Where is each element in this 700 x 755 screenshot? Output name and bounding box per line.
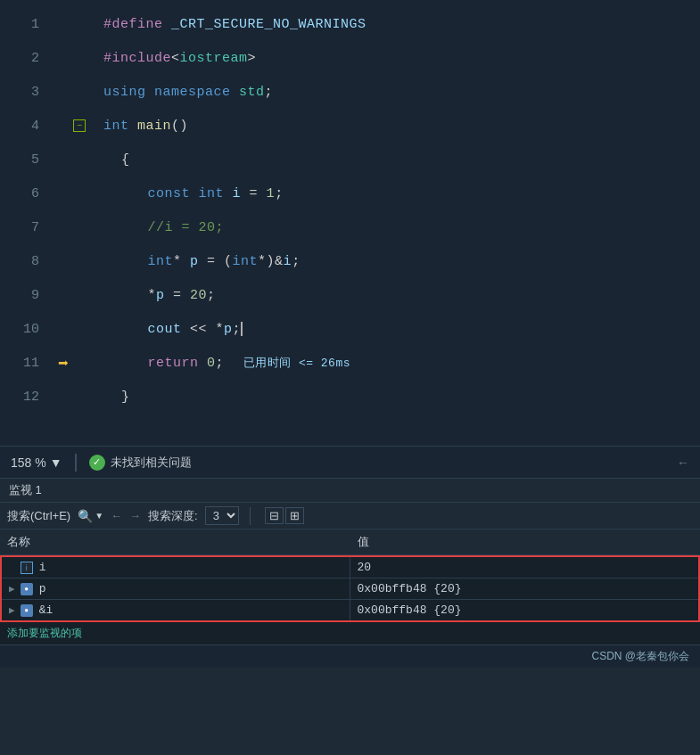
var-name-addr-i: &i	[39, 603, 54, 617]
line-content-12: }	[86, 390, 130, 405]
line-num-4: 4	[0, 119, 54, 134]
code-editor: 1 #define _CRT_SECURE_NO_WARNINGS 2 #inc…	[0, 0, 700, 446]
zoom-control[interactable]: 158 % ▼	[11, 455, 62, 470]
watch-cell-name-i: ▶ i i	[2, 557, 350, 578]
execution-arrow: ➡	[58, 352, 69, 374]
time-info: 已用时间 <= 26ms	[243, 357, 350, 370]
no-issues: ✓ 未找到相关问题	[89, 455, 192, 471]
watch-cell-value-addr-i: 0x00bffb48 {20}	[350, 600, 699, 620]
status-bar: 158 % ▼ ✓ 未找到相关问题 ←	[0, 446, 700, 478]
var-icon-i: i	[21, 562, 33, 574]
code-line-4: 4 − int main()	[0, 109, 700, 143]
watch-cell-name-p: ▶ ● p	[2, 579, 350, 599]
line-content-1: #define _CRT_SECURE_NO_WARNINGS	[86, 17, 366, 32]
watch-row-p: ▶ ● p 0x00bffb48 {20}	[2, 579, 698, 600]
footer: CSDN @老秦包你会	[0, 644, 700, 668]
var-name-p: p	[39, 582, 46, 595]
line-content-10: cout << *p;	[86, 322, 243, 337]
var-icon-addr-i: ●	[21, 604, 33, 617]
line-num-8: 8	[0, 254, 54, 269]
line-num-11: 11	[0, 356, 54, 371]
line-content-11: return 0; 已用时间 <= 26ms	[86, 355, 350, 371]
watch-icon-btns: ⊟ ⊞	[265, 507, 304, 524]
line-content-5: {	[86, 152, 130, 168]
line-content-6: const int i = 1;	[86, 186, 284, 201]
line-content-7: //i = 20;	[86, 220, 224, 235]
check-icon: ✓	[89, 455, 105, 471]
code-line-9: 9 *p = 20;	[0, 278, 700, 312]
search-label: 搜索(Ctrl+E)	[7, 508, 70, 524]
line-num-7: 7	[0, 220, 54, 235]
code-line-12: 12 }	[0, 380, 700, 414]
line-arrow-11: ➡	[54, 352, 73, 374]
line-num-3: 3	[0, 85, 54, 100]
watch-row-i: ▶ i i 20	[2, 557, 698, 579]
nav-back-btn[interactable]: ←	[677, 455, 689, 470]
expand-btn-addr-i[interactable]: ▶	[9, 604, 15, 616]
watch-toolbar: 搜索(Ctrl+E) 🔍 ▼ ← → 搜索深度: 3 1 2 4 5 ⊟ ⊞	[0, 503, 700, 529]
code-line-11: 11 ➡ return 0; 已用时间 <= 26ms	[0, 346, 700, 380]
search-btn[interactable]: 🔍 ▼	[78, 509, 103, 523]
expand-btn-p[interactable]: ▶	[9, 583, 15, 595]
var-icon-p: ●	[21, 583, 33, 595]
search-dropdown-arrow[interactable]: ▼	[95, 511, 103, 521]
watch-grid-header: 名称 值	[0, 529, 700, 555]
watch-cell-name-addr-i: ▶ ● &i	[2, 600, 350, 620]
watch-cell-value-p: 0x00bffb48 {20}	[350, 579, 699, 599]
code-line-7: 7 //i = 20;	[0, 210, 700, 244]
nav-fwd-watch-btn[interactable]: →	[129, 509, 141, 522]
line-content-3: using namespace std;	[86, 85, 273, 100]
code-line-5: 5 {	[0, 143, 700, 176]
code-line-6: 6 const int i = 1;	[0, 176, 700, 210]
line-num-1: 1	[0, 17, 54, 32]
line-content-2: #include<iostream>	[86, 51, 256, 66]
line-num-2: 2	[0, 51, 54, 66]
watch-icon-btn-1[interactable]: ⊟	[265, 507, 284, 524]
code-line-2: 2 #include<iostream>	[0, 41, 700, 75]
code-line-10: 10 cout << *p;	[0, 312, 700, 346]
code-line-1: 1 #define _CRT_SECURE_NO_WARNINGS	[0, 7, 700, 41]
code-line-3: 3 using namespace std;	[0, 75, 700, 109]
nav-back-watch-btn[interactable]: ←	[111, 509, 122, 522]
watch-panel: 监视 1 搜索(Ctrl+E) 🔍 ▼ ← → 搜索深度: 3 1 2 4 5 …	[0, 478, 700, 644]
var-value-p: 0x00bffb48 {20}	[358, 582, 462, 595]
line-content-4: int main()	[86, 119, 188, 134]
watch-panel-title: 监视 1	[0, 479, 700, 503]
code-lines: 1 #define _CRT_SECURE_NO_WARNINGS 2 #inc…	[0, 0, 700, 414]
depth-select[interactable]: 3 1 2 4 5	[205, 506, 239, 525]
no-issues-text: 未找到相关问题	[111, 455, 192, 471]
line-num-10: 10	[0, 322, 54, 337]
watch-row-addr-i: ▶ ● &i 0x00bffb48 {20}	[2, 600, 698, 620]
zoom-value: 158 %	[11, 455, 46, 470]
search-icon: 🔍	[78, 509, 93, 523]
line-num-6: 6	[0, 186, 54, 201]
code-line-8: 8 int* p = (int*)&i;	[0, 244, 700, 278]
var-value-i: 20	[358, 561, 372, 574]
watch-cell-value-i: 20	[350, 557, 699, 578]
var-value-addr-i: 0x00bffb48 {20}	[358, 603, 462, 617]
zoom-dropdown-arrow[interactable]: ▼	[50, 455, 62, 470]
var-name-i: i	[39, 561, 46, 574]
depth-label: 搜索深度:	[148, 508, 198, 524]
line-num-9: 9	[0, 288, 54, 303]
line-content-8: int* p = (int*)&i;	[86, 254, 301, 269]
col-name-header: 名称	[0, 532, 350, 552]
col-value-header: 值	[350, 532, 701, 552]
footer-brand: CSDN @老秦包你会	[591, 649, 689, 664]
fold-btn-4[interactable]: −	[73, 119, 86, 132]
line-num-5: 5	[0, 152, 54, 168]
line-num-12: 12	[0, 390, 54, 405]
watch-add-row[interactable]: 添加要监视的项	[0, 622, 700, 644]
line-content-9: *p = 20;	[86, 288, 216, 303]
watch-rows: ▶ i i 20 ▶ ● p 0x00bffb48 {20} ▶ ●	[0, 555, 700, 622]
watch-icon-btn-2[interactable]: ⊞	[285, 507, 304, 524]
